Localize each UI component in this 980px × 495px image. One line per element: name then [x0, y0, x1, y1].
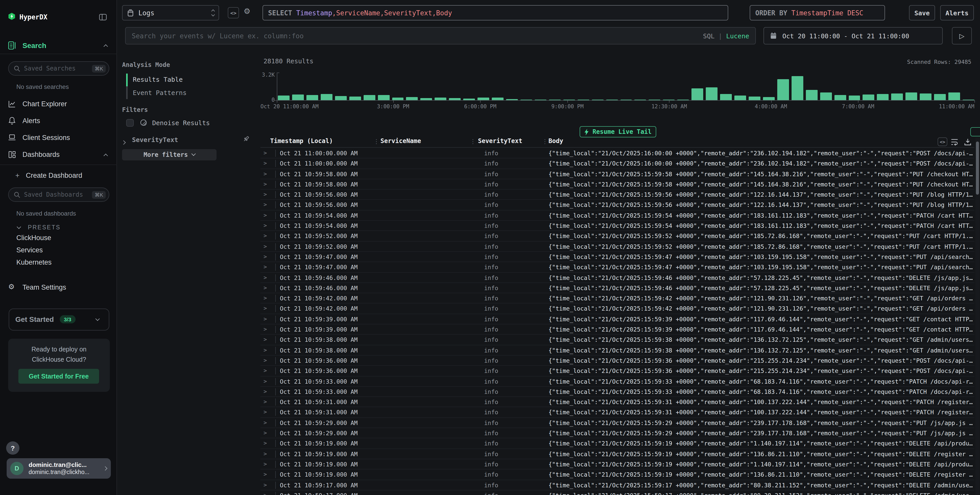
table-row[interactable]: > Oct 21 10:59:42.000 AM info {"time_loc… [261, 293, 974, 304]
row-expand-icon[interactable]: > [264, 398, 267, 405]
chart-bar[interactable] [934, 94, 946, 100]
table-row[interactable]: > Oct 21 10:59:58.000 AM info {"time_loc… [261, 179, 974, 190]
chart-bar[interactable] [463, 99, 475, 100]
saved-dashboards-input[interactable]: Saved Dashboards ⌘K [8, 188, 109, 202]
chart-bar[interactable] [378, 95, 390, 100]
order-by-input[interactable]: ORDER BY TimestampTime DESC [750, 5, 885, 21]
column-separator-icon[interactable]: ⋮ [470, 138, 476, 145]
chart-bar[interactable] [906, 93, 918, 100]
table-row[interactable]: > Oct 21 10:59:38.000 AM info {"time_loc… [261, 345, 974, 355]
chart-bar[interactable] [891, 93, 903, 100]
table-row[interactable]: > Oct 21 10:59:36.000 AM info {"time_loc… [261, 366, 974, 376]
scrollbar-track[interactable] [975, 137, 980, 495]
chart-bar[interactable] [449, 98, 461, 100]
table-row[interactable]: > Oct 21 10:59:33.000 AM info {"time_loc… [261, 387, 974, 397]
row-expand-icon[interactable]: > [264, 253, 267, 260]
table-row[interactable]: > Oct 21 10:59:29.000 AM info {"time_loc… [261, 428, 974, 439]
chart-bar[interactable] [435, 97, 447, 100]
chart-bar[interactable] [321, 94, 332, 100]
table-row[interactable]: > Oct 21 10:59:19.000 AM info {"time_loc… [261, 470, 974, 480]
table-row[interactable]: > Oct 21 10:59:17.000 AM info {"time_loc… [261, 480, 974, 490]
sidebar-item-preset-clickhouse[interactable]: ClickHouse [16, 234, 51, 242]
table-row[interactable]: > Oct 21 10:59:17.000 AM info {"time_loc… [261, 490, 974, 495]
chart-bar[interactable] [863, 95, 875, 100]
sidebar-item-dashboards[interactable]: Dashboards [8, 150, 109, 159]
row-expand-icon[interactable]: > [264, 160, 267, 167]
sidebar-item-search[interactable]: Search [8, 41, 109, 51]
table-row[interactable]: > Oct 21 11:00:00.000 AM info {"time_loc… [261, 148, 974, 159]
row-expand-icon[interactable]: > [264, 481, 267, 488]
save-button[interactable]: Save [909, 5, 935, 21]
row-expand-icon[interactable]: > [264, 316, 267, 322]
table-row[interactable]: > Oct 21 10:59:36.000 AM info {"time_loc… [261, 355, 974, 366]
col-header-body[interactable]: Body [549, 137, 563, 145]
chart-bar[interactable] [692, 89, 703, 100]
table-row[interactable]: > Oct 21 10:59:47.000 AM info {"time_loc… [261, 262, 974, 273]
select-clause-input[interactable]: SELECT Timestamp ,ServiceName,SeverityTe… [262, 5, 728, 21]
table-row[interactable]: > Oct 21 10:59:58.000 AM info {"time_loc… [261, 169, 974, 179]
chart-bar[interactable] [749, 97, 760, 100]
language-sql[interactable]: SQL [703, 32, 714, 40]
sidebar-item-preset-services[interactable]: Services [16, 246, 43, 254]
row-expand-icon[interactable]: > [264, 264, 267, 271]
chart-bar[interactable] [278, 96, 290, 100]
chart-bar[interactable] [420, 98, 432, 100]
table-row[interactable]: > Oct 21 10:59:56.000 AM info {"time_loc… [261, 200, 974, 210]
table-row[interactable]: > Oct 21 10:59:42.000 AM info {"time_loc… [261, 304, 974, 314]
table-row[interactable]: > Oct 21 10:59:54.000 AM info {"time_loc… [261, 210, 974, 221]
resume-live-tail-button[interactable]: Resume Live Tail [580, 126, 656, 137]
table-row[interactable]: > Oct 21 10:59:29.000 AM info {"time_loc… [261, 418, 974, 428]
get-started-box[interactable]: Get Started 3/3 [9, 309, 109, 331]
row-expand-icon[interactable]: > [264, 243, 267, 250]
chevron-up-icon[interactable] [104, 154, 108, 158]
chart-bar[interactable] [649, 100, 660, 100]
column-separator-icon[interactable]: ⋮ [373, 138, 379, 145]
chart-bar[interactable] [720, 94, 732, 100]
table-row[interactable]: > Oct 21 10:59:31.000 AM info {"time_loc… [261, 397, 974, 407]
alerts-button[interactable]: Alerts [940, 5, 974, 21]
language-toggle[interactable]: SQL | Lucene [703, 32, 749, 40]
table-row[interactable]: > Oct 21 11:00:00.000 AM info {"time_loc… [261, 159, 974, 169]
chevron-up-icon[interactable] [104, 45, 108, 49]
row-expand-icon[interactable]: > [264, 357, 267, 364]
chart-bar[interactable] [848, 95, 860, 100]
chart-bar[interactable] [663, 100, 675, 100]
chart-bar[interactable] [763, 97, 775, 100]
row-expand-icon[interactable]: > [264, 305, 267, 312]
run-query-button[interactable]: ▷ [952, 27, 972, 45]
chart-bar[interactable] [963, 100, 974, 100]
row-expand-icon[interactable]: > [264, 170, 267, 177]
chart-bar[interactable] [606, 100, 618, 100]
chart-bar[interactable] [678, 100, 689, 100]
row-expand-icon[interactable]: > [264, 367, 267, 374]
row-expand-icon[interactable]: > [264, 409, 267, 415]
chart-bar[interactable] [349, 96, 361, 100]
table-row[interactable]: > Oct 21 10:59:52.000 AM info {"time_loc… [261, 241, 974, 252]
table-row[interactable]: > Oct 21 10:59:46.000 AM info {"time_loc… [261, 283, 974, 293]
chart-bar[interactable] [734, 96, 746, 100]
table-row[interactable]: > Oct 21 10:59:46.000 AM info {"time_loc… [261, 272, 974, 283]
row-expand-icon[interactable]: > [264, 285, 267, 291]
sidebar-item-alerts[interactable]: Alerts [8, 116, 109, 126]
time-range-picker[interactable]: Oct 20 11:00:00 - Oct 21 11:00:00 [764, 27, 943, 45]
chart-bar[interactable] [563, 100, 575, 100]
chart-bar[interactable] [877, 94, 889, 100]
sidebar-item-client-sessions[interactable]: Client Sessions [8, 133, 109, 143]
chart-bar[interactable] [492, 98, 504, 100]
table-row[interactable]: > Oct 21 10:59:33.000 AM info {"time_loc… [261, 376, 974, 387]
col-header-severitytext[interactable]: SeverityText [478, 137, 522, 145]
row-expand-icon[interactable]: > [264, 461, 267, 467]
chart-bar[interactable] [820, 92, 832, 100]
row-expand-icon[interactable]: > [264, 222, 267, 229]
live-tail-side-button[interactable] [970, 127, 980, 136]
scrollbar-thumb[interactable] [976, 142, 979, 195]
chart-bar[interactable] [635, 100, 646, 100]
language-lucene[interactable]: Lucene [726, 32, 749, 40]
row-expand-icon[interactable]: > [264, 388, 267, 395]
chart-bar[interactable] [549, 100, 561, 100]
row-expand-icon[interactable]: > [264, 191, 267, 198]
table-row[interactable]: > Oct 21 10:59:19.000 AM info {"time_loc… [261, 439, 974, 449]
severity-filter-group[interactable]: SeverityText [122, 135, 255, 144]
chart-bar[interactable] [792, 76, 803, 100]
sidebar-item-chart-explorer[interactable]: Chart Explorer [8, 100, 109, 109]
